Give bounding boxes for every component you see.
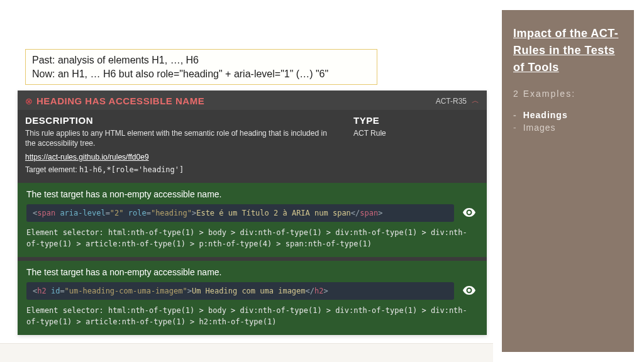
rule-panel-body: DESCRIPTION This rule applies to any HTM… [18, 110, 487, 180]
eye-icon[interactable] [460, 285, 478, 298]
eye-icon[interactable] [460, 207, 478, 220]
code-snippet: <span aria-level="2" role="heading">Este… [26, 204, 454, 222]
target-element-line: Target element: h1-h6,*[role='heading'] [25, 165, 328, 174]
sidebar-item-headings[interactable]: Headings [513, 110, 623, 120]
result-block: The test target has a non-empty accessib… [18, 261, 487, 335]
sidebar-item-images[interactable]: Images [513, 123, 623, 133]
sidebar-title: Impact of the ACT-Rules in the Tests of … [513, 25, 623, 76]
code-row: <h2 id="um-heading-com-uma-imagem">Um He… [26, 282, 478, 300]
code-snippet: <h2 id="um-heading-com-uma-imagem">Um He… [26, 282, 454, 300]
callout-line2: Now: an H1, … H6 but also role="heading"… [32, 67, 370, 81]
sidebar-list: Headings Images [513, 110, 623, 133]
rule-id: ACT-R35 [436, 97, 467, 106]
target-code: h1-h6,*[role='heading'] [79, 165, 184, 174]
rule-panel: ⊗ HEADING HAS ACCESSIBLE NAME ACT-R35 ︿ … [18, 90, 487, 335]
callout-box: Past: analysis of elements H1, …, H6 Now… [25, 49, 377, 85]
sidebar: Impact of the ACT-Rules in the Tests of … [502, 10, 634, 352]
rule-panel-header[interactable]: ⊗ HEADING HAS ACCESSIBLE NAME ACT-R35 ︿ [18, 90, 487, 110]
type-heading: TYPE [353, 115, 479, 126]
rule-title: HEADING HAS ACCESSIBLE NAME [36, 96, 436, 106]
result-title: The test target has a non-empty accessib… [26, 267, 478, 277]
sidebar-subtitle: 2 Examples: [513, 89, 623, 99]
type-value: ACT Rule [353, 128, 479, 138]
code-row: <span aria-level="2" role="heading">Este… [26, 204, 478, 222]
result-block: The test target has a non-empty accessib… [18, 183, 487, 257]
target-label: Target element: [25, 165, 77, 174]
element-selector: Element selector: html:nth-of-type(1) > … [26, 305, 478, 327]
bottom-bar [0, 343, 493, 362]
description-heading: DESCRIPTION [25, 115, 328, 126]
chevron-up-icon: ︿ [472, 96, 479, 106]
description-text: This rule applies to any HTML element wi… [25, 128, 328, 148]
result-title: The test target has a non-empty accessib… [26, 189, 478, 199]
element-selector: Element selector: html:nth-of-type(1) > … [26, 227, 478, 250]
error-icon: ⊗ [25, 97, 33, 106]
callout-line1: Past: analysis of elements H1, …, H6 [32, 53, 370, 67]
rule-link[interactable]: https://act-rules.github.io/rules/ffd0e9 [25, 153, 149, 162]
